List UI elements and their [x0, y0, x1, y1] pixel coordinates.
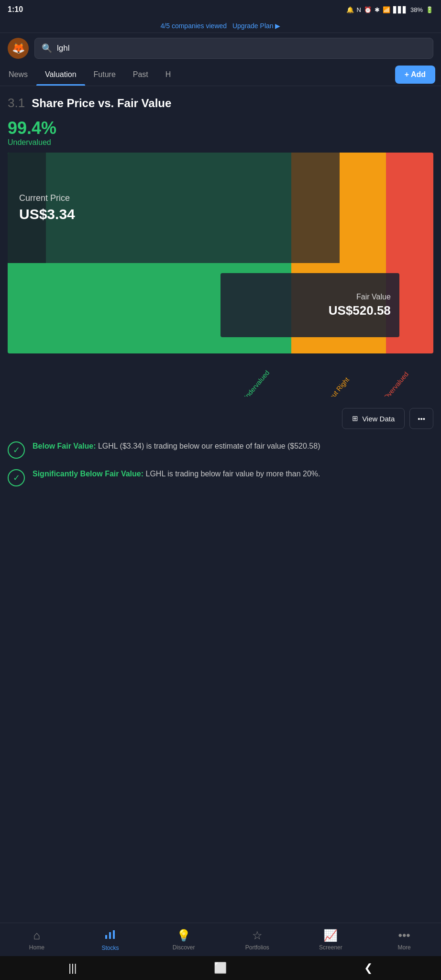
- label-about-right: About Right: [322, 376, 351, 396]
- stocks-icon: [104, 928, 116, 943]
- fair-value-label: Fair Value: [356, 293, 391, 301]
- view-data-button[interactable]: ⊞ View Data: [342, 408, 405, 429]
- fair-value-value: US$520.58: [329, 303, 391, 318]
- home-icon: ⌂: [33, 929, 41, 942]
- fair-value-block: Fair Value US$520.58: [220, 273, 399, 337]
- recents-button[interactable]: |||: [68, 962, 77, 974]
- battery-icon: 🔋: [426, 6, 433, 13]
- svg-rect-2: [113, 930, 115, 939]
- back-button[interactable]: ❮: [364, 962, 373, 974]
- chart-container: Current Price US$3.34 Fair Value US$520.…: [8, 153, 433, 396]
- action-buttons: ⊞ View Data •••: [8, 404, 433, 429]
- price-chart: Current Price US$3.34 Fair Value US$520.…: [8, 153, 433, 353]
- section-title: Share Price vs. Fair Value: [32, 97, 171, 110]
- battery-level: 38%: [410, 6, 423, 13]
- more-options-button[interactable]: •••: [409, 408, 433, 429]
- search-icon: 🔍: [42, 43, 52, 54]
- tab-past[interactable]: Past: [124, 64, 157, 86]
- upgrade-banner: 4/5 companies viewed Upgrade Plan ▶: [0, 19, 441, 33]
- table-icon: ⊞: [352, 414, 358, 423]
- nav-tabs: News Valuation Future Past H + Add: [0, 64, 441, 86]
- current-price-block: Current Price US$3.34: [8, 153, 340, 263]
- status-time: 1:10: [8, 5, 23, 14]
- nav-screener[interactable]: 📈 Screener: [314, 929, 347, 951]
- info-text-1: Below Fair Value: LGHL ($3.34) is tradin…: [33, 440, 320, 452]
- alarm-icon: ⏰: [364, 6, 372, 13]
- nav-home[interactable]: ⌂ Home: [20, 929, 54, 951]
- info-highlight-1: Below Fair Value:: [33, 442, 96, 450]
- tab-valuation[interactable]: Valuation: [36, 64, 85, 86]
- system-nav: ||| ⬜ ❮: [0, 956, 441, 980]
- info-text-2: Significantly Below Fair Value: LGHL is …: [33, 468, 320, 480]
- check-icon-1: ✓: [8, 441, 25, 459]
- search-container: 🦊 🔍: [0, 33, 441, 64]
- info-item-significantly-below: ✓ Significantly Below Fair Value: LGHL i…: [8, 468, 433, 486]
- bottom-nav: ⌂ Home Stocks 💡 Discover ☆ Portfolios 📈 …: [0, 923, 441, 956]
- search-input[interactable]: [57, 44, 426, 53]
- discover-label: Discover: [173, 944, 195, 951]
- main-content: 3.1 Share Price vs. Fair Value 99.4% Und…: [0, 86, 441, 515]
- chart-labels: 20% Undervalued About Right 20% Overvalu…: [8, 353, 433, 396]
- check-icon-2: ✓: [8, 469, 25, 486]
- portfolios-icon: ☆: [252, 929, 263, 942]
- label-undervalued: 20% Undervalued: [231, 369, 271, 396]
- bluetooth-icon: ✱: [375, 6, 380, 13]
- current-price-value: US$3.34: [19, 206, 328, 222]
- section-header: 3.1 Share Price vs. Fair Value: [8, 96, 433, 110]
- info-highlight-2: Significantly Below Fair Value:: [33, 470, 143, 478]
- discover-icon: 💡: [176, 929, 191, 942]
- tab-future[interactable]: Future: [85, 64, 124, 86]
- current-price-label: Current Price: [19, 193, 328, 203]
- tab-h[interactable]: H: [157, 64, 180, 86]
- portfolios-label: Portfolios: [245, 944, 269, 951]
- companies-viewed: 4/5 companies viewed: [161, 22, 229, 30]
- info-item-below-fair-value: ✓ Below Fair Value: LGHL ($3.34) is trad…: [8, 440, 433, 459]
- section-number: 3.1: [8, 96, 25, 110]
- valuation-metric: 99.4% Undervalued: [8, 118, 433, 147]
- info-body-2: LGHL is trading below fair value by more…: [146, 470, 320, 478]
- tab-news[interactable]: News: [0, 64, 36, 86]
- avatar[interactable]: 🦊: [8, 38, 29, 59]
- status-icons: 🔔 N ⏰ ✱ 📶 ▋▋▋ 38% 🔋: [346, 6, 433, 13]
- undervalued-label: Undervalued: [8, 138, 433, 147]
- notification-icon: 🔔: [346, 6, 354, 13]
- more-icon: •••: [398, 929, 410, 942]
- more-label: More: [397, 944, 410, 951]
- nav-more[interactable]: ••• More: [387, 929, 421, 951]
- upgrade-plan-link[interactable]: Upgrade Plan ▶: [232, 22, 281, 30]
- undervalued-percentage: 99.4%: [8, 118, 433, 138]
- wifi-icon: 📶: [383, 6, 390, 13]
- signal-icon: ▋▋▋: [393, 6, 408, 13]
- label-overvalued: 20% Overvalued: [373, 370, 410, 396]
- search-box[interactable]: 🔍: [34, 38, 433, 59]
- nav-portfolios[interactable]: ☆ Portfolios: [241, 929, 274, 951]
- add-button[interactable]: + Add: [395, 66, 435, 84]
- svg-rect-0: [105, 935, 107, 939]
- screener-icon: 📈: [323, 929, 338, 942]
- svg-rect-1: [109, 932, 111, 939]
- home-label: Home: [29, 944, 44, 951]
- nfc-icon: N: [357, 6, 361, 13]
- screener-label: Screener: [319, 944, 342, 951]
- stocks-label: Stocks: [101, 945, 119, 951]
- info-items: ✓ Below Fair Value: LGHL ($3.34) is trad…: [8, 440, 433, 486]
- home-button[interactable]: ⬜: [214, 962, 227, 974]
- nav-stocks[interactable]: Stocks: [93, 928, 127, 951]
- nav-discover[interactable]: 💡 Discover: [167, 929, 200, 951]
- info-body-1: LGHL ($3.34) is trading below our estima…: [98, 442, 320, 450]
- status-bar: 1:10 🔔 N ⏰ ✱ 📶 ▋▋▋ 38% 🔋: [0, 0, 441, 19]
